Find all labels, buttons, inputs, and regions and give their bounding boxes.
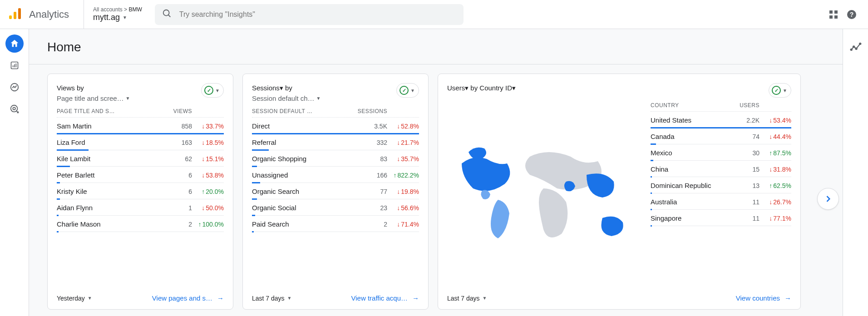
row-value: 2: [355, 221, 387, 228]
row-change: 33.7%: [192, 123, 224, 130]
table-row[interactable]: Organic Shopping8335.7%: [252, 150, 419, 167]
table-row[interactable]: Singapore1177.1%: [651, 210, 791, 226]
table-row[interactable]: Organic Social2356.6%: [252, 199, 419, 216]
help-icon[interactable]: ?: [843, 5, 861, 24]
row-label: Kile Lambit: [57, 155, 160, 163]
sessions-rows: Direct3.5K52.8%Referral33221.7%Organic S…: [252, 118, 419, 232]
trend-icon: [769, 215, 772, 222]
search-bar[interactable]: [155, 4, 464, 25]
card-options-pill[interactable]: ✓ ▼: [769, 83, 791, 98]
account-selector[interactable]: All accounts > BMW mytt.ag▼: [84, 0, 151, 29]
card-views: Views by Page title and scree… ▼ ✓ ▼ PAG…: [47, 74, 233, 310]
nav-advertising[interactable]: [5, 100, 24, 118]
table-row[interactable]: Paid Search271.4%: [252, 216, 419, 232]
card-sessions-title[interactable]: Sessions▾ by Session default ch… ▼: [252, 83, 321, 104]
row-change: 52.8%: [387, 123, 419, 130]
trend-icon: [394, 172, 397, 179]
table-header: COUNTRY USERS: [651, 102, 791, 112]
row-value: 2.2K: [728, 117, 760, 124]
analytics-logo-icon: [7, 5, 24, 24]
svg-point-3: [163, 10, 169, 15]
card-countries-title[interactable]: Users▾ by Country ID▾: [447, 83, 516, 94]
world-map[interactable]: [447, 101, 640, 289]
table-row[interactable]: Australia1126.7%: [651, 193, 791, 210]
view-pages-link[interactable]: View pages and s… →: [152, 294, 224, 302]
trend-icon: [397, 221, 400, 228]
table-row[interactable]: Canada7444.4%: [651, 128, 791, 144]
search-input[interactable]: [179, 10, 456, 19]
table-row[interactable]: Peter Barlett653.8%: [57, 167, 224, 183]
table-row[interactable]: China1531.8%: [651, 161, 791, 177]
table-row[interactable]: Direct3.5K52.8%: [252, 118, 419, 134]
table-header: SESSION DEFAULT … SESSIONS: [252, 108, 419, 118]
table-row[interactable]: Sam Martin85833.7%: [57, 118, 224, 134]
row-label: Paid Search: [252, 220, 355, 228]
apps-icon[interactable]: [824, 5, 843, 24]
caret-down-icon: ▼: [783, 88, 787, 93]
property-name: mytt.ag▼: [93, 13, 142, 22]
row-value: 11: [728, 215, 760, 222]
row-value: 15: [728, 166, 760, 173]
right-rail: [843, 29, 868, 316]
trend-icon: [202, 172, 205, 179]
date-range-selector[interactable]: Last 7 days▼: [252, 295, 292, 302]
card-options-pill[interactable]: ✓ ▼: [201, 83, 224, 98]
svg-point-19: [853, 46, 854, 47]
row-bar: [57, 231, 59, 232]
table-row[interactable]: Organic Search7719.8%: [252, 183, 419, 199]
next-page-button[interactable]: [817, 188, 839, 210]
row-change: 20.0%: [192, 188, 224, 195]
nav-reports[interactable]: [5, 56, 24, 74]
svg-point-17: [13, 107, 15, 110]
nav-home[interactable]: [5, 35, 24, 53]
svg-rect-12: [12, 65, 13, 67]
table-row[interactable]: Referral33221.7%: [252, 134, 419, 150]
row-value: 62: [160, 155, 192, 163]
table-row[interactable]: Kile Lambit6215.1%: [57, 150, 224, 167]
search-icon: [162, 9, 172, 20]
row-change: 62.5%: [760, 182, 791, 189]
table-row[interactable]: Liza Ford16318.5%: [57, 134, 224, 150]
view-countries-link[interactable]: View countries →: [736, 294, 791, 302]
card-options-pill[interactable]: ✓ ▼: [396, 83, 419, 98]
view-traffic-link[interactable]: View traffic acqu… →: [351, 294, 419, 302]
arrow-right-icon: →: [784, 294, 791, 302]
table-row[interactable]: Mexico3087.5%: [651, 144, 791, 161]
product-name: Analytics: [29, 9, 69, 20]
table-row[interactable]: United States2.2K53.4%: [651, 112, 791, 128]
page-title: Home: [29, 29, 843, 64]
arrow-right-icon: →: [412, 294, 419, 302]
trend-icon: [198, 221, 202, 228]
row-change: 100.0%: [192, 221, 224, 228]
row-label: Unassigned: [252, 171, 355, 179]
nav-explore[interactable]: [5, 78, 24, 96]
table-row[interactable]: Dominican Republic1362.5%: [651, 177, 791, 193]
row-value: 166: [355, 172, 387, 179]
row-value: 23: [355, 204, 387, 212]
checkmark-icon: ✓: [399, 86, 409, 95]
trend-icon: [769, 166, 772, 173]
table-row[interactable]: Unassigned166822.2%: [252, 167, 419, 183]
row-value: 3.5K: [355, 123, 387, 130]
date-range-selector[interactable]: Last 7 days▼: [447, 295, 487, 302]
views-rows: Sam Martin85833.7%Liza Ford16318.5%Kile …: [57, 118, 224, 232]
row-value: 1: [160, 204, 192, 212]
card-views-title[interactable]: Views by Page title and scree… ▼: [57, 83, 130, 104]
side-nav: [0, 29, 29, 316]
logo-block[interactable]: Analytics: [7, 5, 69, 24]
row-value: 2: [160, 221, 192, 228]
table-row[interactable]: Kristy Kile620.0%: [57, 183, 224, 199]
row-label: Direct: [252, 122, 355, 130]
insights-icon[interactable]: [850, 42, 862, 55]
trend-icon: [769, 182, 772, 189]
trend-icon: [202, 204, 205, 212]
row-label: Liza Ford: [57, 138, 160, 146]
row-value: 77: [355, 188, 387, 195]
row-label: Sam Martin: [57, 122, 160, 130]
row-change: 18.5%: [192, 139, 224, 146]
table-row[interactable]: Aidan Flynn150.0%: [57, 199, 224, 216]
table-header: PAGE TITLE AND S… VIEWS: [57, 108, 224, 118]
date-range-selector[interactable]: Yesterday▼: [57, 295, 92, 302]
row-change: 53.8%: [192, 172, 224, 179]
table-row[interactable]: Charlie Mason2100.0%: [57, 216, 224, 232]
